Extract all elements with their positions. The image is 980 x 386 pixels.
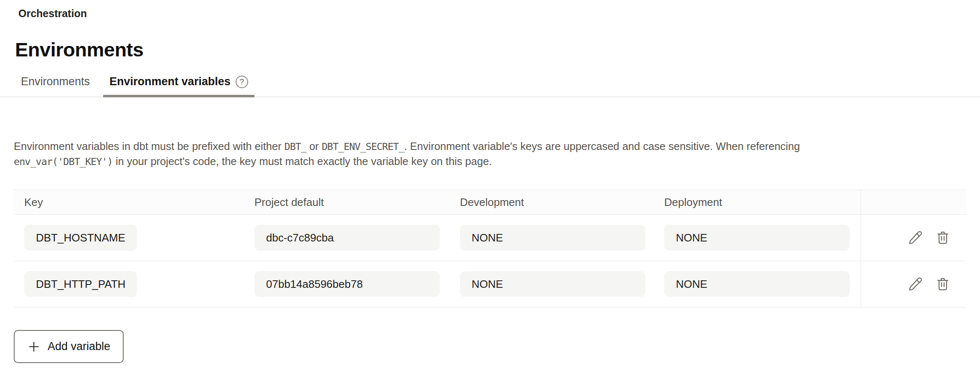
pencil-icon[interactable] bbox=[908, 230, 923, 245]
project-default-value: 07bb14a8596beb78 bbox=[254, 271, 440, 297]
key-chip: DBT_HOSTNAME bbox=[24, 225, 137, 251]
development-value: NONE bbox=[460, 271, 645, 297]
column-header-key: Key bbox=[14, 196, 254, 209]
key-chip: DBT_HTTP_PATH bbox=[24, 271, 137, 297]
plus-icon bbox=[27, 340, 41, 353]
project-default-value: dbc-c7c89cba bbox=[254, 225, 440, 251]
description: Environment variables in dbt must be pre… bbox=[14, 139, 941, 169]
column-header-actions bbox=[861, 190, 966, 214]
question-mark-circle-icon[interactable]: ? bbox=[236, 76, 248, 88]
trash-icon[interactable] bbox=[935, 277, 950, 292]
table-body: DBT_HOSTNAME dbc-c7c89cba NONE NONE bbox=[14, 215, 966, 307]
column-header-development: Development bbox=[460, 196, 664, 209]
row-actions bbox=[861, 261, 966, 307]
add-variable-label: Add variable bbox=[48, 340, 110, 353]
deployment-value: NONE bbox=[664, 271, 850, 297]
page-title: Environments bbox=[15, 38, 980, 61]
add-variable-button[interactable]: Add variable bbox=[14, 330, 124, 363]
tab-label: Environments bbox=[21, 75, 90, 88]
tab-bar: Environments Environment variables ? bbox=[0, 73, 980, 97]
table-row: DBT_HOSTNAME dbc-c7c89cba NONE NONE bbox=[14, 215, 966, 261]
trash-icon[interactable] bbox=[935, 230, 950, 245]
tab-label: Environment variables bbox=[109, 75, 231, 88]
row-actions bbox=[861, 215, 966, 261]
deployment-value: NONE bbox=[664, 225, 850, 251]
development-value: NONE bbox=[460, 225, 645, 251]
pencil-icon[interactable] bbox=[908, 277, 923, 292]
tab-environments[interactable]: Environments bbox=[15, 73, 96, 97]
table-row: DBT_HTTP_PATH 07bb14a8596beb78 NONE NONE bbox=[14, 261, 966, 307]
column-header-project-default: Project default bbox=[254, 196, 460, 209]
column-header-deployment: Deployment bbox=[664, 196, 861, 209]
breadcrumb[interactable]: Orchestration bbox=[18, 7, 980, 20]
env-var-table: Key Project default Development Deployme… bbox=[14, 190, 966, 307]
breadcrumb-label[interactable]: Orchestration bbox=[18, 8, 87, 19]
environments-page: Orchestration Environments Environments … bbox=[0, 7, 980, 363]
tab-environment-variables[interactable]: Environment variables ? bbox=[103, 73, 254, 97]
table-header: Key Project default Development Deployme… bbox=[14, 190, 966, 215]
